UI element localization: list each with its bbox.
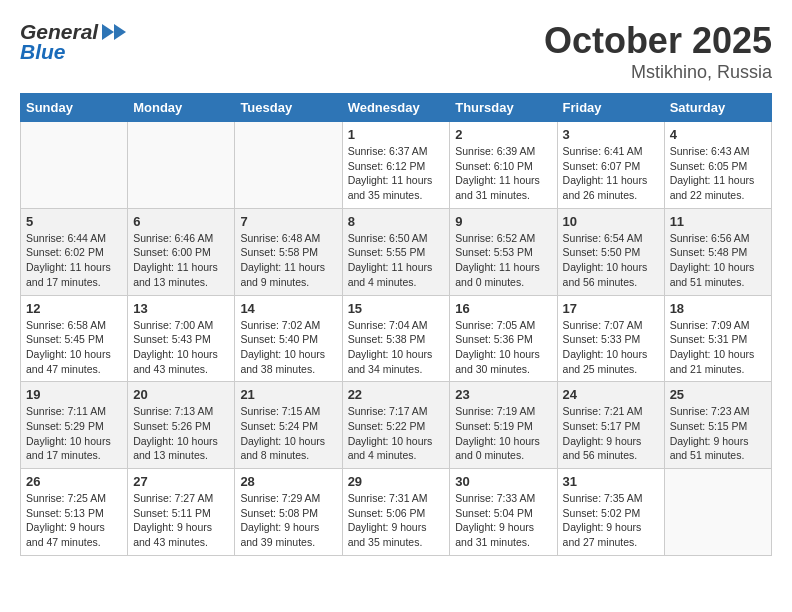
- calendar-cell: 1Sunrise: 6:37 AM Sunset: 6:12 PM Daylig…: [342, 122, 450, 209]
- calendar-cell: 12Sunrise: 6:58 AM Sunset: 5:45 PM Dayli…: [21, 295, 128, 382]
- day-info: Sunrise: 7:25 AM Sunset: 5:13 PM Dayligh…: [26, 491, 122, 550]
- day-number: 2: [455, 127, 551, 142]
- calendar-cell: 7Sunrise: 6:48 AM Sunset: 5:58 PM Daylig…: [235, 208, 342, 295]
- calendar-cell: 31Sunrise: 7:35 AM Sunset: 5:02 PM Dayli…: [557, 469, 664, 556]
- calendar-cell: [235, 122, 342, 209]
- day-number: 22: [348, 387, 445, 402]
- day-info: Sunrise: 6:43 AM Sunset: 6:05 PM Dayligh…: [670, 144, 766, 203]
- calendar-cell: 20Sunrise: 7:13 AM Sunset: 5:26 PM Dayli…: [128, 382, 235, 469]
- day-info: Sunrise: 7:02 AM Sunset: 5:40 PM Dayligh…: [240, 318, 336, 377]
- calendar-cell: 26Sunrise: 7:25 AM Sunset: 5:13 PM Dayli…: [21, 469, 128, 556]
- calendar-cell: 25Sunrise: 7:23 AM Sunset: 5:15 PM Dayli…: [664, 382, 771, 469]
- calendar-week-1: 1Sunrise: 6:37 AM Sunset: 6:12 PM Daylig…: [21, 122, 772, 209]
- day-number: 5: [26, 214, 122, 229]
- calendar-cell: 18Sunrise: 7:09 AM Sunset: 5:31 PM Dayli…: [664, 295, 771, 382]
- day-number: 23: [455, 387, 551, 402]
- calendar-cell: 9Sunrise: 6:52 AM Sunset: 5:53 PM Daylig…: [450, 208, 557, 295]
- day-info: Sunrise: 7:04 AM Sunset: 5:38 PM Dayligh…: [348, 318, 445, 377]
- calendar-cell: 19Sunrise: 7:11 AM Sunset: 5:29 PM Dayli…: [21, 382, 128, 469]
- day-number: 1: [348, 127, 445, 142]
- weekday-header-sunday: Sunday: [21, 94, 128, 122]
- calendar-cell: 23Sunrise: 7:19 AM Sunset: 5:19 PM Dayli…: [450, 382, 557, 469]
- day-info: Sunrise: 6:46 AM Sunset: 6:00 PM Dayligh…: [133, 231, 229, 290]
- logo: General Blue: [20, 20, 130, 64]
- calendar-cell: 14Sunrise: 7:02 AM Sunset: 5:40 PM Dayli…: [235, 295, 342, 382]
- day-info: Sunrise: 6:41 AM Sunset: 6:07 PM Dayligh…: [563, 144, 659, 203]
- calendar-cell: 16Sunrise: 7:05 AM Sunset: 5:36 PM Dayli…: [450, 295, 557, 382]
- calendar-cell: [128, 122, 235, 209]
- day-number: 25: [670, 387, 766, 402]
- calendar-cell: 22Sunrise: 7:17 AM Sunset: 5:22 PM Dayli…: [342, 382, 450, 469]
- day-info: Sunrise: 6:39 AM Sunset: 6:10 PM Dayligh…: [455, 144, 551, 203]
- day-info: Sunrise: 7:23 AM Sunset: 5:15 PM Dayligh…: [670, 404, 766, 463]
- day-number: 30: [455, 474, 551, 489]
- calendar-cell: 8Sunrise: 6:50 AM Sunset: 5:55 PM Daylig…: [342, 208, 450, 295]
- day-info: Sunrise: 7:35 AM Sunset: 5:02 PM Dayligh…: [563, 491, 659, 550]
- day-number: 11: [670, 214, 766, 229]
- logo-flag-icon: [100, 22, 128, 42]
- weekday-header-thursday: Thursday: [450, 94, 557, 122]
- page-subtitle: Mstikhino, Russia: [544, 62, 772, 83]
- calendar-cell: [21, 122, 128, 209]
- calendar-table: SundayMondayTuesdayWednesdayThursdayFrid…: [20, 93, 772, 556]
- title-block: October 2025 Mstikhino, Russia: [544, 20, 772, 83]
- day-number: 27: [133, 474, 229, 489]
- day-info: Sunrise: 7:15 AM Sunset: 5:24 PM Dayligh…: [240, 404, 336, 463]
- day-info: Sunrise: 7:33 AM Sunset: 5:04 PM Dayligh…: [455, 491, 551, 550]
- weekday-header-friday: Friday: [557, 94, 664, 122]
- weekday-header-wednesday: Wednesday: [342, 94, 450, 122]
- day-info: Sunrise: 6:44 AM Sunset: 6:02 PM Dayligh…: [26, 231, 122, 290]
- day-info: Sunrise: 6:58 AM Sunset: 5:45 PM Dayligh…: [26, 318, 122, 377]
- day-info: Sunrise: 6:48 AM Sunset: 5:58 PM Dayligh…: [240, 231, 336, 290]
- calendar-cell: 6Sunrise: 6:46 AM Sunset: 6:00 PM Daylig…: [128, 208, 235, 295]
- day-info: Sunrise: 7:09 AM Sunset: 5:31 PM Dayligh…: [670, 318, 766, 377]
- calendar-cell: 28Sunrise: 7:29 AM Sunset: 5:08 PM Dayli…: [235, 469, 342, 556]
- day-info: Sunrise: 7:13 AM Sunset: 5:26 PM Dayligh…: [133, 404, 229, 463]
- day-info: Sunrise: 7:19 AM Sunset: 5:19 PM Dayligh…: [455, 404, 551, 463]
- day-number: 8: [348, 214, 445, 229]
- day-info: Sunrise: 7:27 AM Sunset: 5:11 PM Dayligh…: [133, 491, 229, 550]
- calendar-cell: 10Sunrise: 6:54 AM Sunset: 5:50 PM Dayli…: [557, 208, 664, 295]
- day-number: 20: [133, 387, 229, 402]
- calendar-cell: 15Sunrise: 7:04 AM Sunset: 5:38 PM Dayli…: [342, 295, 450, 382]
- weekday-header-tuesday: Tuesday: [235, 94, 342, 122]
- calendar-cell: 27Sunrise: 7:27 AM Sunset: 5:11 PM Dayli…: [128, 469, 235, 556]
- day-number: 14: [240, 301, 336, 316]
- day-info: Sunrise: 6:54 AM Sunset: 5:50 PM Dayligh…: [563, 231, 659, 290]
- weekday-header-row: SundayMondayTuesdayWednesdayThursdayFrid…: [21, 94, 772, 122]
- svg-marker-1: [102, 24, 114, 40]
- day-number: 7: [240, 214, 336, 229]
- calendar-week-3: 12Sunrise: 6:58 AM Sunset: 5:45 PM Dayli…: [21, 295, 772, 382]
- calendar-week-4: 19Sunrise: 7:11 AM Sunset: 5:29 PM Dayli…: [21, 382, 772, 469]
- day-info: Sunrise: 7:31 AM Sunset: 5:06 PM Dayligh…: [348, 491, 445, 550]
- day-number: 28: [240, 474, 336, 489]
- calendar-body: 1Sunrise: 6:37 AM Sunset: 6:12 PM Daylig…: [21, 122, 772, 556]
- day-info: Sunrise: 7:07 AM Sunset: 5:33 PM Dayligh…: [563, 318, 659, 377]
- day-info: Sunrise: 7:29 AM Sunset: 5:08 PM Dayligh…: [240, 491, 336, 550]
- page-header: General Blue October 2025 Mstikhino, Rus…: [20, 20, 772, 83]
- calendar-cell: 2Sunrise: 6:39 AM Sunset: 6:10 PM Daylig…: [450, 122, 557, 209]
- day-info: Sunrise: 6:56 AM Sunset: 5:48 PM Dayligh…: [670, 231, 766, 290]
- day-info: Sunrise: 7:11 AM Sunset: 5:29 PM Dayligh…: [26, 404, 122, 463]
- calendar-cell: 29Sunrise: 7:31 AM Sunset: 5:06 PM Dayli…: [342, 469, 450, 556]
- calendar-cell: 21Sunrise: 7:15 AM Sunset: 5:24 PM Dayli…: [235, 382, 342, 469]
- day-number: 26: [26, 474, 122, 489]
- day-number: 16: [455, 301, 551, 316]
- weekday-header-saturday: Saturday: [664, 94, 771, 122]
- day-number: 6: [133, 214, 229, 229]
- day-number: 9: [455, 214, 551, 229]
- day-info: Sunrise: 7:05 AM Sunset: 5:36 PM Dayligh…: [455, 318, 551, 377]
- day-number: 17: [563, 301, 659, 316]
- day-number: 3: [563, 127, 659, 142]
- day-number: 19: [26, 387, 122, 402]
- day-info: Sunrise: 7:17 AM Sunset: 5:22 PM Dayligh…: [348, 404, 445, 463]
- day-number: 18: [670, 301, 766, 316]
- day-number: 4: [670, 127, 766, 142]
- calendar-cell: 17Sunrise: 7:07 AM Sunset: 5:33 PM Dayli…: [557, 295, 664, 382]
- day-number: 12: [26, 301, 122, 316]
- calendar-header: SundayMondayTuesdayWednesdayThursdayFrid…: [21, 94, 772, 122]
- day-number: 29: [348, 474, 445, 489]
- calendar-week-5: 26Sunrise: 7:25 AM Sunset: 5:13 PM Dayli…: [21, 469, 772, 556]
- calendar-cell: 3Sunrise: 6:41 AM Sunset: 6:07 PM Daylig…: [557, 122, 664, 209]
- day-info: Sunrise: 6:52 AM Sunset: 5:53 PM Dayligh…: [455, 231, 551, 290]
